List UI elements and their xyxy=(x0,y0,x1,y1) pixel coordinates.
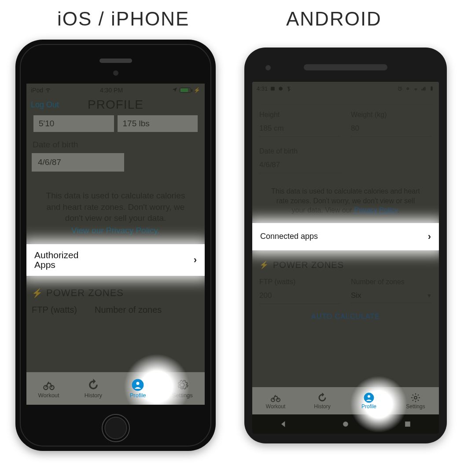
dropdown-icon: ▼ xyxy=(427,293,432,299)
ios-status-bar: iPod 4:30 PM ⚡ xyxy=(26,84,205,95)
chevron-right-icon: › xyxy=(428,231,431,242)
bike-icon xyxy=(270,392,281,403)
chevron-right-icon: › xyxy=(194,254,197,266)
zones-label: Number of zones xyxy=(95,305,162,315)
zones-dropdown[interactable]: Six ▼ xyxy=(351,291,432,303)
location-icon xyxy=(405,86,411,92)
wifi-icon xyxy=(413,86,419,92)
tab-settings[interactable]: Settings xyxy=(160,372,205,405)
ios-home-button[interactable] xyxy=(102,414,130,442)
platform-label-ios: iOS / iPHONE xyxy=(57,8,189,30)
tab-history[interactable]: History xyxy=(299,387,346,414)
android-camera xyxy=(265,65,271,70)
bolt-icon: ⚡ xyxy=(32,288,43,298)
tab-workout[interactable]: Workout xyxy=(26,372,71,405)
tab-profile[interactable]: Profile xyxy=(116,372,160,405)
location-icon xyxy=(172,87,178,94)
page-title: PROFILE xyxy=(26,98,205,112)
tab-settings[interactable]: Settings xyxy=(392,387,439,414)
android-clock: 4:31 xyxy=(257,85,268,92)
connected-apps-row[interactable]: Connected apps › xyxy=(252,223,439,250)
tab-workout[interactable]: Workout xyxy=(252,387,299,414)
height-field[interactable]: 185 cm xyxy=(259,124,340,137)
ios-profile-content: 5'10 175 lbs Date of birth 4/6/87 This d… xyxy=(26,115,205,315)
android-device-frame: 4:31 Height 185 cm Weigh xyxy=(244,48,447,443)
weight-field[interactable]: 175 lbs xyxy=(118,115,198,132)
recent-button[interactable] xyxy=(403,420,412,428)
dob-field[interactable]: 4/6/87 xyxy=(259,161,342,173)
android-nav-bar xyxy=(252,414,439,434)
alarm-icon xyxy=(397,86,403,92)
svg-point-15 xyxy=(414,396,417,399)
ftp-label: FTP (watts) xyxy=(259,278,340,286)
privacy-policy-link[interactable]: View our Privacy Policy. xyxy=(36,225,195,236)
authorized-apps-label: Authorized Apps xyxy=(34,250,78,270)
home-button[interactable] xyxy=(341,420,350,428)
battery-icon xyxy=(180,88,191,93)
height-label: Height xyxy=(259,111,340,119)
ios-nav-header: Log Out PROFILE xyxy=(26,95,205,115)
gear-icon xyxy=(176,379,188,391)
ios-carrier-label: iPod xyxy=(31,87,43,94)
privacy-disclaimer: This data is used to calculate calories … xyxy=(261,187,430,215)
ftp-field[interactable]: 200 xyxy=(259,291,340,304)
svg-point-5 xyxy=(279,87,283,91)
ios-clock: 4:30 PM xyxy=(100,87,123,94)
svg-rect-4 xyxy=(271,87,275,91)
height-field[interactable]: 5'10 xyxy=(33,115,114,132)
svg-rect-10 xyxy=(431,86,432,87)
svg-point-16 xyxy=(343,421,348,427)
bluetooth-icon xyxy=(286,86,291,92)
profile-icon xyxy=(132,379,144,391)
android-speaker xyxy=(304,64,387,70)
weight-label: Weight (kg) xyxy=(351,111,432,119)
dob-field[interactable]: 4/6/87 xyxy=(32,153,124,172)
ios-screen: iPod 4:30 PM ⚡ Log Out PROFILE 5'10 xyxy=(26,84,205,405)
ios-device-frame: iPod 4:30 PM ⚡ Log Out PROFILE 5'10 xyxy=(15,40,216,451)
android-status-bar: 4:31 xyxy=(252,82,439,93)
android-screen: 4:31 Height 185 cm Weigh xyxy=(252,82,439,434)
power-zones-heading: ⚡ POWER ZONES xyxy=(259,260,432,270)
gear-icon xyxy=(410,392,421,403)
android-tab-bar: Workout History Profile Settings xyxy=(252,387,439,414)
auto-calculate-button[interactable]: AUTO CALCULATE xyxy=(259,313,432,321)
svg-point-3 xyxy=(136,381,140,385)
platform-label-android: ANDROID xyxy=(286,8,382,30)
profile-icon xyxy=(364,392,374,403)
weight-field[interactable]: 80 xyxy=(351,124,432,137)
camera-status-icon xyxy=(278,86,284,92)
android-profile-content: Height 185 cm Weight (kg) 80 Date of bir… xyxy=(252,93,439,321)
history-icon xyxy=(87,379,99,391)
ftp-label: FTP (watts) xyxy=(32,305,77,315)
charging-icon: ⚡ xyxy=(194,87,200,93)
privacy-policy-link[interactable]: Privacy Policy xyxy=(354,206,398,214)
dob-label: Date of birth xyxy=(33,140,199,150)
ios-tab-bar: Workout History Profile Settings xyxy=(26,372,205,405)
tab-profile[interactable]: Profile xyxy=(346,387,392,414)
power-zones-heading: ⚡ POWER ZONES xyxy=(32,287,199,299)
ios-camera xyxy=(113,70,118,76)
privacy-disclaimer: This data is used to calculate calories … xyxy=(36,190,195,236)
tab-history[interactable]: History xyxy=(71,372,115,405)
svg-point-14 xyxy=(368,395,371,398)
svg-point-8 xyxy=(408,88,409,89)
authorized-apps-row[interactable]: Authorized Apps › xyxy=(26,244,205,276)
battery-icon xyxy=(429,86,435,92)
svg-rect-17 xyxy=(405,421,410,427)
bike-icon xyxy=(43,379,55,391)
signal-icon xyxy=(421,86,427,92)
ios-speaker xyxy=(99,59,132,63)
bolt-icon: ⚡ xyxy=(259,260,269,270)
wifi-icon xyxy=(45,87,51,94)
svg-point-0 xyxy=(44,385,48,389)
notification-icon xyxy=(270,86,276,92)
back-button[interactable] xyxy=(279,420,288,428)
svg-rect-9 xyxy=(431,87,432,91)
zones-label: Number of zones xyxy=(351,278,432,286)
history-icon xyxy=(317,392,328,403)
dob-label: Date of birth xyxy=(259,147,432,155)
connected-apps-label: Connected apps xyxy=(260,232,318,241)
